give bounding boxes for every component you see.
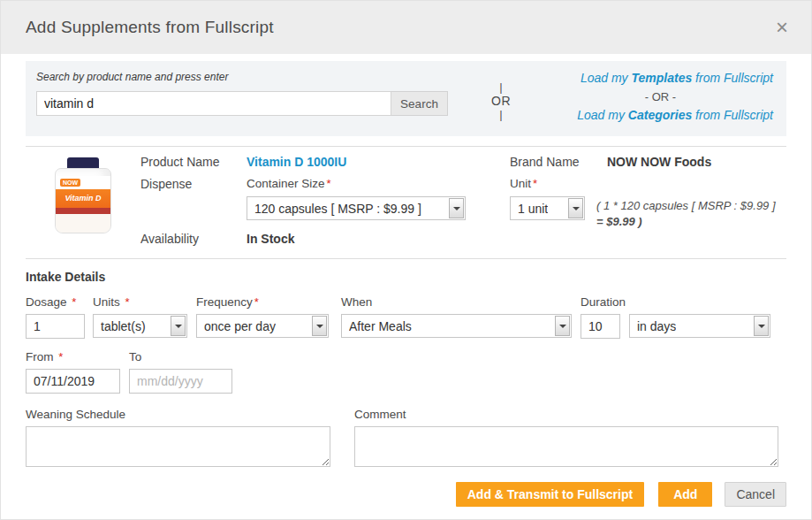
- modal-header: Add Supplements from Fullscript ×: [1, 1, 811, 54]
- unit-label-text: Unit: [510, 177, 531, 190]
- comment-label: Comment: [354, 408, 778, 421]
- price-calc-line1: ( 1 * 120 capsules [ MSRP : $9.99 ]: [596, 199, 776, 212]
- container-size-value: 120 capsules [ MSRP : $9.99 ]: [254, 202, 421, 216]
- frequency-label-text: Frequency: [196, 295, 253, 309]
- weaning-schedule-textarea[interactable]: [26, 426, 330, 467]
- unit-select[interactable]: 1 unit: [510, 196, 585, 220]
- bottle-label-bottom: [56, 214, 110, 233]
- categories-link-bold: Categories: [628, 108, 692, 122]
- units-select[interactable]: tablet(s): [93, 314, 187, 338]
- chevron-down-icon: [171, 316, 186, 336]
- add-transmit-button[interactable]: Add & Transmit to Fullscript: [456, 482, 644, 507]
- dosage-label-text: Dosage: [26, 295, 67, 309]
- product-section: NOW Vitamin D Product Name Vitamin D 100…: [26, 147, 786, 258]
- to-label: To: [129, 350, 232, 363]
- from-label: From *: [26, 350, 120, 363]
- when-label: When: [341, 295, 572, 309]
- weaning-schedule-label: Weaning Schedule: [26, 408, 330, 421]
- comment-textarea[interactable]: [354, 426, 778, 467]
- chevron-down-icon: [568, 198, 583, 218]
- availability-label: Availability: [140, 232, 247, 246]
- frequency-label: Frequency*: [196, 295, 329, 309]
- container-size-select[interactable]: 120 capsules [ MSRP : $9.99 ]: [247, 196, 466, 220]
- add-button[interactable]: Add: [658, 482, 712, 507]
- search-panel: Search by product name and press enter S…: [26, 61, 786, 136]
- modal-title: Add Supplements from Fullscript: [26, 18, 274, 37]
- product-image: NOW Vitamin D: [54, 157, 112, 246]
- units-value: tablet(s): [101, 319, 146, 333]
- chevron-down-icon: [754, 316, 769, 336]
- categories-link-suffix: from Fullscript: [692, 108, 773, 122]
- required-marker: *: [58, 350, 63, 363]
- container-size-label-text: Container Size: [247, 177, 325, 190]
- unit-label: Unit*: [510, 177, 786, 190]
- modal-footer: Add & Transmit to Fullscript Add Cancel: [26, 482, 786, 507]
- dosage-input[interactable]: [26, 314, 85, 339]
- bottle-label-text: Vitamin D: [56, 189, 110, 208]
- or-separator: | OR |: [459, 65, 543, 136]
- container-size-label: Container Size*: [247, 177, 466, 190]
- brand-name-label: Brand Name: [510, 155, 607, 169]
- search-hint-label: Search by product name and press enter: [36, 71, 459, 83]
- frequency-value: once per day: [204, 319, 276, 333]
- load-categories-link[interactable]: Load my Categories from Fullscript: [577, 106, 773, 125]
- duration-unit-value: in days: [637, 319, 676, 333]
- divider: [26, 258, 786, 259]
- now-logo: NOW: [60, 179, 80, 187]
- bottle-body: NOW Vitamin D: [55, 168, 111, 233]
- units-label-text: Units: [93, 295, 120, 309]
- categories-link-prefix: Load my: [577, 108, 628, 122]
- chevron-down-icon: [555, 316, 570, 336]
- templates-link-suffix: from Fullscript: [692, 71, 773, 85]
- duration-unit-select[interactable]: in days: [629, 314, 770, 338]
- or-pipe-bottom: |: [499, 109, 502, 120]
- required-marker: *: [533, 177, 537, 190]
- price-calc-line2: = $9.99 ): [596, 214, 776, 230]
- availability-value: In Stock: [247, 232, 294, 246]
- frequency-select[interactable]: once per day: [196, 314, 329, 338]
- units-label: Units *: [93, 295, 187, 309]
- from-date-input[interactable]: [26, 369, 120, 394]
- chevron-down-icon: [449, 198, 464, 218]
- product-name-label: Product Name: [140, 155, 247, 169]
- add-supplements-modal: Add Supplements from Fullscript × Search…: [0, 0, 812, 520]
- or-word: OR: [491, 93, 511, 109]
- price-calculation: ( 1 * 120 capsules [ MSRP : $9.99 ] = $9…: [596, 198, 776, 230]
- from-label-text: From: [26, 350, 54, 363]
- load-templates-link[interactable]: Load my Templates from Fullscript: [581, 69, 773, 88]
- duration-label: Duration: [581, 295, 770, 309]
- chevron-down-icon: [312, 316, 327, 336]
- templates-link-prefix: Load my: [581, 71, 632, 85]
- required-marker: *: [72, 295, 76, 309]
- search-button[interactable]: Search: [391, 91, 448, 116]
- unit-value: 1 unit: [518, 202, 548, 216]
- bottle-banner: [56, 208, 110, 214]
- cancel-button[interactable]: Cancel: [725, 482, 786, 507]
- intake-details-title: Intake Details: [26, 270, 786, 284]
- product-name-link[interactable]: Vitamin D 1000IU: [247, 155, 346, 169]
- required-marker: *: [254, 295, 259, 309]
- dosage-label: Dosage *: [26, 295, 85, 309]
- close-icon[interactable]: ×: [776, 17, 788, 38]
- links-or-text: - OR -: [548, 88, 773, 106]
- required-marker: *: [327, 177, 331, 190]
- search-input[interactable]: [36, 91, 391, 116]
- to-date-input[interactable]: [129, 369, 232, 394]
- brand-name-value: NOW NOW Foods: [607, 155, 711, 169]
- when-select[interactable]: After Meals: [341, 314, 572, 338]
- or-pipe-top: |: [499, 81, 502, 93]
- dispense-label: Dispense: [140, 177, 247, 220]
- when-value: After Meals: [349, 319, 412, 333]
- duration-input[interactable]: [581, 314, 620, 339]
- templates-link-bold: Templates: [631, 71, 692, 85]
- required-marker: *: [125, 295, 130, 309]
